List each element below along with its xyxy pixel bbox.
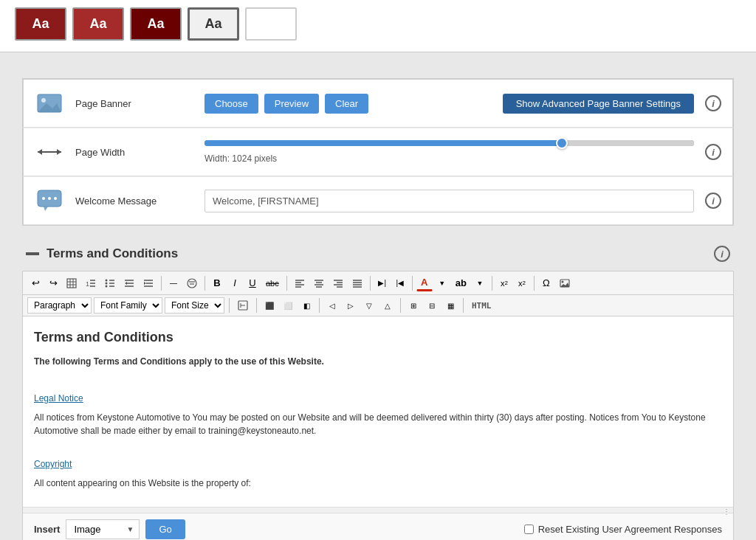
page-wrapper: Aa Aa Aa Aa bbox=[0, 0, 756, 540]
rte-omega-btn[interactable]: Ω bbox=[538, 275, 554, 291]
page-width-row: Page Width Width: 1024 pixels i bbox=[23, 128, 733, 176]
rte-font-family-select[interactable]: Font Family bbox=[94, 297, 162, 314]
preview-button[interactable]: Preview bbox=[264, 94, 319, 114]
rte-remove-btn[interactable] bbox=[183, 276, 201, 291]
theme-swatch-4[interactable]: Aa bbox=[188, 7, 239, 41]
svg-marker-5 bbox=[57, 149, 61, 155]
page-banner-row: Page Banner Choose Preview Clear Show Ad… bbox=[23, 79, 733, 128]
rte-btn-b3[interactable]: ▽ bbox=[361, 300, 377, 312]
welcome-message-icon bbox=[35, 186, 64, 215]
collapse-icon bbox=[26, 252, 39, 255]
theme-swatch-3[interactable]: Aa bbox=[130, 7, 182, 41]
main-content: Page Banner Choose Preview Clear Show Ad… bbox=[0, 78, 756, 540]
rte-html-btn[interactable]: HTML bbox=[468, 299, 495, 313]
rte-subscript-btn[interactable]: x2 bbox=[496, 277, 512, 290]
rte-ul-btn[interactable] bbox=[101, 276, 119, 291]
rte-outdent-btn[interactable] bbox=[120, 276, 138, 291]
rte-btn-a1[interactable]: ⬛ bbox=[261, 300, 278, 312]
welcome-message-info-icon[interactable]: i bbox=[705, 193, 721, 209]
terms-section-title: Terms and Conditions bbox=[47, 246, 178, 261]
page-width-icon bbox=[35, 137, 64, 167]
rte-text-color-dropdown[interactable]: ▼ bbox=[434, 277, 450, 289]
svg-marker-55 bbox=[560, 283, 569, 287]
clear-button[interactable]: Clear bbox=[325, 94, 368, 114]
rte-sep3 bbox=[286, 276, 287, 291]
insert-select-wrapper: Image Link Video Table ▼ bbox=[66, 519, 140, 539]
rte-paragraph-select[interactable]: Paragraph bbox=[27, 297, 92, 314]
rte-font-size-select[interactable]: Font Size bbox=[165, 297, 224, 314]
rte-italic-btn[interactable]: I bbox=[227, 275, 243, 291]
rte-align-right-btn[interactable] bbox=[329, 276, 347, 291]
rte-legal-notice-link[interactable]: Legal Notice bbox=[34, 393, 83, 404]
rte-sep4 bbox=[370, 276, 371, 291]
rte-align-left-btn[interactable] bbox=[291, 276, 309, 291]
terms-section: Terms and Conditions i ↩ ↪ 1. bbox=[22, 237, 734, 540]
rte-decrease-indent-btn[interactable]: |◀ bbox=[392, 277, 408, 289]
rte-ol-btn[interactable]: 1. bbox=[82, 276, 100, 291]
welcome-message-row: Welcome Message i bbox=[23, 176, 733, 225]
insert-go-button[interactable]: Go bbox=[145, 519, 185, 539]
rte-btn-a2[interactable]: ⬜ bbox=[280, 300, 296, 312]
rte-btn-a3[interactable]: ◧ bbox=[298, 300, 315, 312]
theme-swatch-5[interactable] bbox=[245, 7, 297, 41]
rte-bg-color-btn[interactable]: ab bbox=[452, 275, 470, 291]
rte-btn-c2[interactable]: ⊟ bbox=[424, 300, 440, 312]
svg-marker-29 bbox=[125, 282, 127, 285]
rte-underline-btn[interactable]: U bbox=[244, 275, 261, 291]
rte-btn-b2[interactable]: ▷ bbox=[343, 300, 359, 312]
rte-increase-indent-btn[interactable]: ▶| bbox=[374, 277, 391, 289]
terms-section-header[interactable]: Terms and Conditions i bbox=[22, 237, 734, 271]
rte-hr-btn[interactable]: — bbox=[165, 277, 182, 289]
rte-toolbar-row1: ↩ ↪ 1. bbox=[23, 271, 733, 295]
page-width-info-icon[interactable]: i bbox=[705, 144, 721, 160]
rte-content-area[interactable]: Terms and Conditions The following Terms… bbox=[23, 316, 733, 507]
rte-redo-btn[interactable]: ↪ bbox=[45, 275, 61, 291]
rte-legal-text: All notices from Keystone Automotive to … bbox=[34, 411, 722, 437]
rte-resize-handle[interactable]: ⋮ bbox=[23, 507, 733, 513]
page-banner-info-icon[interactable]: i bbox=[705, 95, 721, 111]
reset-checkbox[interactable] bbox=[524, 525, 534, 534]
insert-type-select[interactable]: Image Link Video Table bbox=[66, 519, 140, 539]
welcome-svg-icon bbox=[36, 187, 63, 214]
welcome-message-controls bbox=[205, 190, 694, 212]
rte-image-btn[interactable] bbox=[556, 276, 574, 291]
rte-container: ↩ ↪ 1. bbox=[22, 271, 734, 540]
rte-content-subtitle: The following Terms and Conditions apply… bbox=[34, 355, 722, 368]
choose-button[interactable]: Choose bbox=[205, 94, 258, 114]
page-width-label: Page Width bbox=[75, 147, 193, 158]
rte-btn-c1[interactable]: ⊞ bbox=[405, 300, 422, 312]
rte-superscript-btn[interactable]: x2 bbox=[514, 277, 530, 290]
page-banner-section: Page Banner Choose Preview Clear Show Ad… bbox=[22, 78, 734, 226]
rte-sep2 bbox=[205, 276, 205, 291]
rte-indent-btn[interactable] bbox=[140, 276, 157, 291]
rte-sep6 bbox=[492, 276, 492, 291]
rte-content-title: Terms and Conditions bbox=[34, 328, 722, 347]
page-banner-controls: Choose Preview Clear Show Advanced Page … bbox=[205, 94, 694, 114]
rte-table-btn[interactable] bbox=[63, 276, 80, 291]
terms-info-icon[interactable]: i bbox=[714, 246, 730, 262]
svg-point-10 bbox=[54, 197, 57, 200]
rte-edit-source-btn[interactable] bbox=[234, 298, 252, 313]
rte-bold-btn[interactable]: B bbox=[209, 275, 225, 291]
theme-swatch-2[interactable]: Aa bbox=[72, 7, 124, 41]
rte-strikethrough-btn[interactable]: abc bbox=[262, 277, 283, 290]
banner-svg-icon bbox=[36, 90, 63, 117]
svg-point-8 bbox=[42, 197, 45, 200]
rte-align-justify-btn[interactable] bbox=[348, 276, 366, 291]
svg-point-1 bbox=[41, 98, 46, 103]
rte-btn-b1[interactable]: ◁ bbox=[324, 300, 340, 312]
rte-btn-c3[interactable]: ▦ bbox=[442, 300, 458, 312]
rte-align-center-btn[interactable] bbox=[310, 276, 328, 291]
rte-bg-color-dropdown[interactable]: ▼ bbox=[472, 277, 488, 289]
theme-swatch-1[interactable]: Aa bbox=[15, 7, 66, 41]
rte-btn-b4[interactable]: △ bbox=[379, 300, 396, 312]
advanced-settings-button[interactable]: Show Advanced Page Banner Settings bbox=[503, 94, 694, 114]
rte-undo-btn[interactable]: ↩ bbox=[27, 275, 44, 291]
rte-text-color-btn[interactable]: A bbox=[416, 274, 433, 291]
width-svg-icon bbox=[36, 139, 63, 165]
svg-point-9 bbox=[48, 197, 51, 200]
welcome-message-input[interactable] bbox=[205, 190, 694, 212]
rte-copyright-text: All content appearing on this Website is… bbox=[34, 477, 722, 490]
insert-row: Insert Image Link Video Table ▼ Go Res bbox=[23, 513, 733, 540]
rte-copyright-link[interactable]: Copyright bbox=[34, 459, 72, 469]
